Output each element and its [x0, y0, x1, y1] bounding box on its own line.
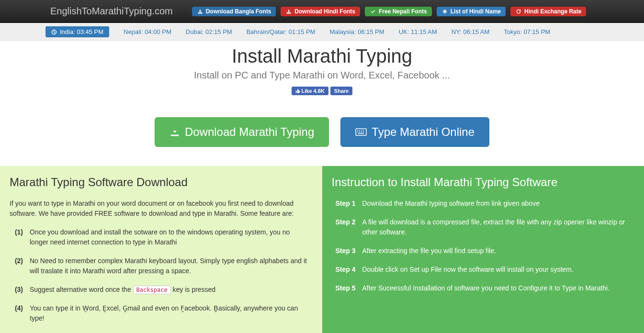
feature-number: (4) [10, 303, 23, 323]
type-marathi-online-button[interactable]: Type Marathi Online [340, 117, 489, 147]
hero-buttons: Download Marathi Typing Type Marathi Onl… [10, 117, 634, 147]
nav-link-list-of-hindi-name[interactable]: List of Hindi Name [437, 7, 506, 16]
india-time-text: India: 03:45 PM [60, 28, 103, 35]
timezone-item: Dubai: 02:15 PM [186, 26, 232, 37]
step-label: Step 1 [332, 199, 356, 209]
feature-text: Suggest alternative word once the Backsp… [30, 285, 215, 295]
download-marathi-typing-button[interactable]: Download Marathi Typing [155, 117, 329, 147]
download-heading: Marathi Typing Software Download [10, 176, 308, 189]
step-item: Step 1Download the Marathi typing softwa… [332, 199, 630, 209]
step-text: After Suceessful Installation of softwar… [362, 283, 610, 293]
content-columns: Marathi Typing Software Download If you … [0, 166, 644, 333]
page-subtitle: Install on PC and Type Marathi on Word, … [10, 70, 634, 81]
nav-link-download-bangla-fonts[interactable]: Download Bangla Fonts [192, 7, 276, 16]
nav-pill-container: Download Bangla FontsDownload Hindi Font… [192, 7, 587, 16]
features-list: (1)Once you download and install the sot… [10, 227, 308, 333]
step-label: Step 2 [332, 217, 356, 237]
feature-number: (2) [10, 256, 23, 276]
facebook-like-button[interactable]: Like 4.8K [292, 87, 328, 95]
timezone-item: Tokyo: 07:15 PM [504, 26, 550, 37]
download-intro: If you want to type in Marathi on your w… [10, 199, 308, 219]
feature-text: No Need to remember complex Marathi keyb… [30, 256, 308, 276]
india-time-badge: India: 03:45 PM [45, 26, 109, 37]
download-icon [197, 8, 203, 15]
download-info-panel: Marathi Typing Software Download If you … [0, 166, 322, 333]
step-item: Step 2A file will download is a compress… [332, 217, 630, 237]
timezone-item: NY: 06:15 AM [452, 26, 490, 37]
timezone-item: Malaysia: 06:15 PM [329, 26, 384, 37]
keyboard-icon [355, 128, 367, 136]
step-item: Step 3After extracting the file you will… [332, 246, 630, 256]
social-buttons: Like 4.8K Share [292, 87, 353, 95]
nav-link-free-nepali-fonts[interactable]: Free Nepali Fonts [365, 7, 432, 16]
step-item: Step 5After Suceessful Installation of s… [332, 283, 630, 293]
timezone-item: UK: 11:15 AM [399, 26, 437, 37]
nav-link-hindi-exchange-rate[interactable]: Hindi Exchange Rate [510, 7, 586, 16]
step-label: Step 5 [332, 283, 356, 293]
thumbs-up-icon [295, 89, 300, 93]
download-icon [285, 8, 292, 15]
facebook-share-button[interactable]: Share [330, 87, 353, 95]
step-label: Step 3 [332, 246, 356, 256]
download-icon [169, 127, 180, 137]
refresh-icon [515, 8, 522, 15]
feature-item: (4)You can type it in W̱ord, E̱xcel, G̱m… [10, 303, 308, 323]
backspace-key: Backspace [133, 286, 171, 294]
feature-text: Once you download and install the sotwar… [30, 227, 308, 247]
step-text: Download the Marathi typing software fro… [362, 199, 540, 209]
time-bar: India: 03:45 PM Nepali: 04:00 PMDubai: 0… [0, 23, 644, 41]
timezone-item: Bahrain/Qatar: 01:15 PM [247, 26, 316, 37]
step-text: Double click on Set up File now the soft… [362, 265, 574, 275]
hero-section: Install Marathi Typing Install on PC and… [0, 41, 644, 166]
feature-number: (3) [10, 285, 23, 295]
step-text: After extracting the file you will find … [362, 246, 496, 256]
feature-text: You can type it in W̱ord, E̱xcel, G̱mail… [30, 303, 308, 323]
check-icon [370, 8, 376, 15]
site-brand[interactable]: EnglishToMarathiTyping.com [50, 6, 173, 17]
feature-item: (3)Suggest alternative word once the Bac… [10, 285, 308, 295]
feature-item: (1)Once you download and install the sot… [10, 227, 308, 247]
instructions-panel: Instruction to Install Marathi Typing So… [322, 166, 644, 333]
page-title: Install Marathi Typing [10, 45, 634, 67]
step-item: Step 4Double click on Set up File now th… [332, 265, 630, 275]
step-text: A file will download is a compressed fil… [362, 217, 630, 237]
instructions-heading: Instruction to Install Marathi Typing So… [332, 176, 630, 189]
asterisk-icon [441, 8, 448, 15]
top-navbar: EnglishToMarathiTyping.com Download Bang… [0, 0, 644, 23]
feature-item: (2)No Need to remember complex Marathi k… [10, 256, 308, 276]
clock-icon [51, 29, 57, 35]
step-label: Step 4 [332, 265, 356, 275]
feature-number: (1) [10, 227, 23, 247]
steps-list: Step 1Download the Marathi typing softwa… [332, 199, 630, 293]
timezone-item: Nepali: 04:00 PM [124, 26, 171, 37]
nav-link-download-hindi-fonts[interactable]: Download Hindi Fonts [281, 7, 360, 16]
